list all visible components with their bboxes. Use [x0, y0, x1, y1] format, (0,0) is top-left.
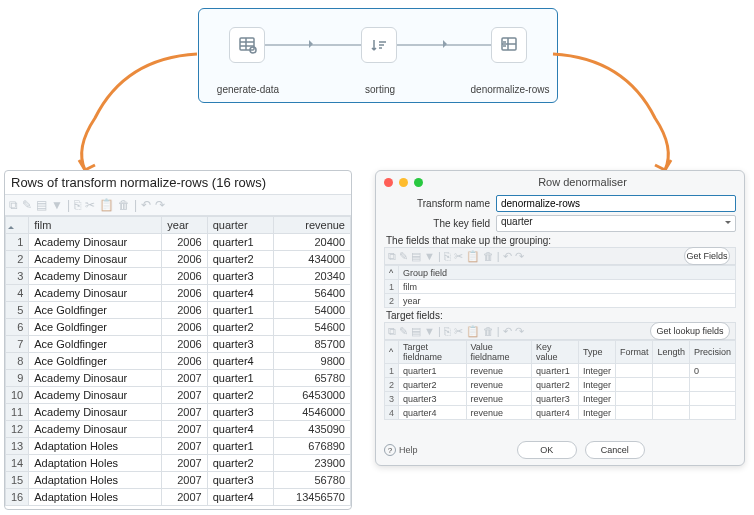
col-header[interactable]: year [162, 217, 207, 234]
pipeline-panel: generate-data sorting denormalize-rows [198, 8, 558, 103]
col-header[interactable]: Key value [532, 341, 579, 364]
chevron-down-icon [725, 221, 731, 227]
table-row[interactable]: 1quarter1revenuequarter1Integer0 [385, 364, 736, 378]
arrow-icon [309, 40, 317, 48]
toolbar-icon[interactable]: ↷ [155, 198, 165, 212]
key-field-label: The key field [384, 218, 496, 229]
table-row[interactable]: 7Ace Goldfinger2006quarter385700 [6, 336, 351, 353]
cancel-button[interactable]: Cancel [585, 441, 645, 459]
table-row[interactable]: 3quarter3revenuequarter3Integer [385, 392, 736, 406]
table-row[interactable]: 1film [385, 280, 736, 294]
target-section-label: Target fields: [386, 310, 736, 321]
toolbar-icon[interactable]: ⧉ [9, 198, 18, 212]
target-grid[interactable]: ^ Target fieldname Value fieldname Key v… [384, 340, 736, 420]
table-row[interactable]: 4quarter4revenuequarter4Integer [385, 406, 736, 420]
table-row[interactable]: 12Academy Dinosaur2007quarter4435090 [6, 421, 351, 438]
data-grid[interactable]: film year quarter revenue 1Academy Dinos… [5, 216, 351, 506]
table-row[interactable]: 6Ace Goldfinger2006quarter254600 [6, 319, 351, 336]
node-generate-data[interactable]: generate-data [229, 27, 265, 63]
node-denormalize-rows[interactable]: denormalize-rows [491, 27, 527, 63]
table-row[interactable]: 3Academy Dinosaur2006quarter320340 [6, 268, 351, 285]
toolbar: ⧉✎▤▼|⎘✂📋🗑|↶↷ [5, 194, 351, 216]
group-grid[interactable]: ^Group field 1film2year [384, 265, 736, 308]
window-title: Row denormaliser [429, 176, 736, 188]
table-row[interactable]: 5Ace Goldfinger2006quarter154000 [6, 302, 351, 319]
col-header[interactable]: Value fieldname [466, 341, 532, 364]
table-row[interactable]: 9Academy Dinosaur2007quarter165780 [6, 370, 351, 387]
col-header[interactable]: Target fieldname [399, 341, 467, 364]
sort-indicator[interactable] [6, 217, 29, 234]
col-header[interactable]: film [29, 217, 162, 234]
table-gen-icon [237, 35, 257, 55]
table-row[interactable]: 14Adaptation Holes2007quarter223900 [6, 455, 351, 472]
toolbar-icon[interactable]: 📋 [99, 198, 114, 212]
help-icon: ? [384, 444, 396, 456]
table-row[interactable]: 10Academy Dinosaur2007quarter26453000 [6, 387, 351, 404]
table-row[interactable]: 2quarter2revenuequarter2Integer [385, 378, 736, 392]
denormaliser-dialog: Row denormaliser Transform name The key … [375, 170, 745, 466]
table-row[interactable]: 2Academy Dinosaur2006quarter2434000 [6, 251, 351, 268]
node-label: sorting [335, 84, 425, 95]
col-header[interactable]: Type [578, 341, 615, 364]
panel-title: Rows of transform normalize-rows (16 row… [5, 171, 351, 194]
toolbar-icon[interactable]: ▼ [51, 198, 63, 212]
table-row[interactable]: 1Academy Dinosaur2006quarter120400 [6, 234, 351, 251]
help-button[interactable]: ?Help [384, 444, 418, 456]
key-field-select[interactable]: quarter [496, 215, 736, 232]
get-lookup-button[interactable]: Get lookup fields [650, 322, 730, 340]
transform-name-label: Transform name [384, 198, 496, 209]
table-row[interactable]: 15Adaptation Holes2007quarter356780 [6, 472, 351, 489]
toolbar-icon[interactable]: ↶ [141, 198, 151, 212]
toolbar-icon[interactable]: 🗑 [118, 198, 130, 212]
titlebar: Row denormaliser [376, 171, 744, 193]
col-header[interactable]: Precision [689, 341, 735, 364]
corner: ^ [385, 341, 399, 364]
rows-panel: Rows of transform normalize-rows (16 row… [4, 170, 352, 510]
close-icon[interactable] [384, 178, 393, 187]
svg-rect-0 [240, 38, 254, 50]
toolbar-icon[interactable]: ▤ [36, 198, 47, 212]
table-row[interactable]: 8Ace Goldfinger2006quarter49800 [6, 353, 351, 370]
sort-icon [369, 35, 389, 55]
node-sorting[interactable]: sorting [361, 27, 397, 63]
dialog-footer: ?Help OK Cancel [376, 441, 744, 459]
toolbar-icon[interactable]: ⎘ [74, 198, 81, 212]
col-header[interactable]: Format [615, 341, 653, 364]
sep: | [67, 198, 70, 212]
denorm-icon [499, 35, 519, 55]
table-row[interactable]: 4Academy Dinosaur2006quarter456400 [6, 285, 351, 302]
zoom-icon[interactable] [414, 178, 423, 187]
curved-arrow-icon [545, 48, 685, 188]
node-label: denormalize-rows [465, 84, 555, 95]
curved-arrow-icon [65, 48, 205, 188]
table-row[interactable]: 2year [385, 294, 736, 308]
col-header[interactable]: revenue [274, 217, 351, 234]
col-header[interactable]: Group field [399, 266, 736, 280]
col-header[interactable]: quarter [207, 217, 274, 234]
table-row[interactable]: 11Academy Dinosaur2007quarter34546000 [6, 404, 351, 421]
col-header[interactable]: Length [653, 341, 690, 364]
toolbar-icon[interactable]: ✎ [22, 198, 32, 212]
transform-name-input[interactable] [496, 195, 736, 212]
table-row[interactable]: 16Adaptation Holes2007quarter413456570 [6, 489, 351, 506]
minimize-icon[interactable] [399, 178, 408, 187]
node-label: generate-data [203, 84, 293, 95]
toolbar-icon[interactable]: ✂ [85, 198, 95, 212]
group-section-label: The fields that make up the grouping: [386, 235, 736, 246]
help-label: Help [399, 445, 418, 455]
arrow-icon [443, 40, 451, 48]
corner: ^ [385, 266, 399, 280]
select-value: quarter [501, 216, 533, 227]
table-row[interactable]: 13Adaptation Holes2007quarter1676890 [6, 438, 351, 455]
ok-button[interactable]: OK [517, 441, 577, 459]
sep: | [134, 198, 137, 212]
get-fields-button[interactable]: Get Fields [684, 247, 730, 265]
